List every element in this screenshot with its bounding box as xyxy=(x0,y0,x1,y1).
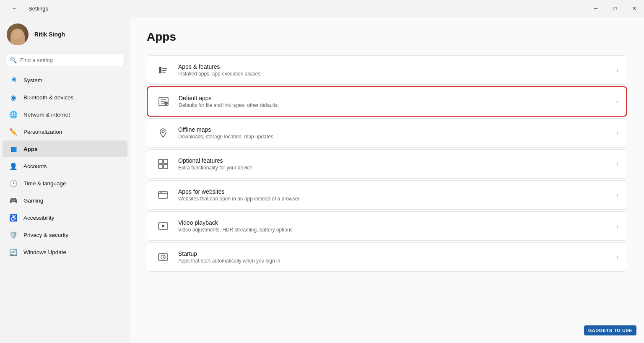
settings-list: Apps & features Installed apps, app exec… xyxy=(147,55,627,272)
titlebar-title: Settings xyxy=(29,5,48,12)
optional-features-icon xyxy=(156,156,171,172)
accounts-icon: 👤 xyxy=(9,162,18,170)
update-icon: 🔄 xyxy=(9,248,18,256)
startup-icon xyxy=(156,249,171,265)
sidebar-item-network[interactable]: 🌐 Network & internet xyxy=(3,106,127,123)
search-box[interactable]: 🔍 xyxy=(5,54,125,66)
optional-features-text: Optional features Extra functionality fo… xyxy=(178,157,609,171)
sidebar-item-gaming[interactable]: 🎮 Gaming xyxy=(3,192,127,209)
sidebar-item-personalization[interactable]: ✏️ Personalization xyxy=(3,123,127,140)
video-playback-text: Video playback Video adjustments, HDR st… xyxy=(178,219,609,233)
page-title: Apps xyxy=(147,30,627,44)
setting-startup[interactable]: Startup Apps that start automatically wh… xyxy=(147,242,627,272)
accessibility-icon: ♿ xyxy=(9,213,18,222)
sidebar-item-windows-update[interactable]: 🔄 Windows Update xyxy=(3,244,127,260)
privacy-icon: 🛡️ xyxy=(9,231,18,239)
apps-features-icon xyxy=(156,62,171,78)
search-icon: 🔍 xyxy=(10,57,17,63)
sidebar-item-privacy[interactable]: 🛡️ Privacy & security xyxy=(3,226,127,243)
video-playback-name: Video playback xyxy=(178,219,609,226)
setting-offline-maps[interactable]: Offline maps Downloads, storage location… xyxy=(147,118,627,148)
avatar xyxy=(7,23,29,45)
optional-features-chevron: › xyxy=(616,161,618,167)
apps-features-name: Apps & features xyxy=(178,63,609,70)
sidebar-item-system[interactable]: 🖥 System xyxy=(3,72,127,88)
system-icon: 🖥 xyxy=(9,76,18,84)
video-playback-desc: Video adjustments, HDR streaming, batter… xyxy=(178,227,609,233)
sidebar-item-label-personalization: Personalization xyxy=(23,129,62,135)
startup-desc: Apps that start automatically when you s… xyxy=(178,258,609,264)
offline-maps-chevron: › xyxy=(616,130,618,136)
sidebar-item-accounts[interactable]: 👤 Accounts xyxy=(3,158,127,174)
video-playback-chevron: › xyxy=(616,223,618,229)
apps-icon: ▦ xyxy=(9,145,18,153)
apps-features-desc: Installed apps, app execution aliases xyxy=(178,71,609,77)
sidebar-item-label-update: Windows Update xyxy=(23,249,66,255)
apps-websites-chevron: › xyxy=(616,192,618,198)
watermark: GADGETS TO USE xyxy=(584,325,636,335)
optional-features-name: Optional features xyxy=(178,157,609,164)
apps-features-chevron: › xyxy=(616,67,618,73)
sidebar-item-label-gaming: Gaming xyxy=(23,197,43,204)
titlebar: ← Settings ─ □ ✕ xyxy=(0,0,644,17)
apps-websites-desc: Websites that can open in an app instead… xyxy=(178,196,609,202)
window-controls: ─ □ ✕ xyxy=(586,0,644,17)
startup-name: Startup xyxy=(178,250,609,257)
offline-maps-icon xyxy=(156,125,171,140)
setting-optional-features[interactable]: Optional features Extra functionality fo… xyxy=(147,149,627,179)
time-icon: 🕐 xyxy=(9,179,18,187)
video-playback-icon xyxy=(156,218,171,234)
svg-point-6 xyxy=(162,131,164,133)
default-apps-chevron: › xyxy=(616,98,618,105)
sidebar-item-label-network: Network & internet xyxy=(23,112,70,118)
startup-text: Startup Apps that start automatically wh… xyxy=(178,250,609,264)
sidebar-item-label-privacy: Privacy & security xyxy=(23,232,68,238)
svg-marker-15 xyxy=(162,224,165,228)
user-section[interactable]: Ritik Singh xyxy=(0,19,130,52)
network-icon: 🌐 xyxy=(9,110,18,119)
optional-features-desc: Extra functionality for your device xyxy=(178,165,609,171)
setting-video-playback[interactable]: Video playback Video adjustments, HDR st… xyxy=(147,211,627,241)
svg-rect-1 xyxy=(162,68,167,69)
setting-apps-websites[interactable]: Apps for websites Websites that can open… xyxy=(147,180,627,210)
setting-default-apps[interactable]: Default apps Defaults for file and link … xyxy=(147,86,627,117)
default-apps-name: Default apps xyxy=(179,95,608,101)
sidebar: Ritik Singh 🔍 🖥 System ◉ Bluetooth & dev… xyxy=(0,17,130,343)
svg-rect-2 xyxy=(162,70,166,71)
apps-websites-name: Apps for websites xyxy=(178,188,609,195)
sidebar-item-label-bluetooth: Bluetooth & devices xyxy=(23,94,73,101)
offline-maps-desc: Downloads, storage location, map updates xyxy=(178,134,609,140)
startup-chevron: › xyxy=(616,254,618,260)
sidebar-item-accessibility[interactable]: ♿ Accessibility xyxy=(3,209,127,226)
sidebar-nav: 🖥 System ◉ Bluetooth & devices 🌐 Network… xyxy=(0,71,130,261)
personalization-icon: ✏️ xyxy=(9,127,18,136)
back-button[interactable]: ← xyxy=(5,0,24,17)
close-button[interactable]: ✕ xyxy=(625,0,644,17)
user-name: Ritik Singh xyxy=(34,31,65,38)
gaming-icon: 🎮 xyxy=(9,196,18,205)
minimize-button[interactable]: ─ xyxy=(586,0,605,17)
setting-apps-features[interactable]: Apps & features Installed apps, app exec… xyxy=(147,55,627,85)
svg-rect-3 xyxy=(162,72,166,73)
default-apps-desc: Defaults for file and link types, other … xyxy=(179,102,608,108)
bluetooth-icon: ◉ xyxy=(9,93,18,101)
sidebar-item-apps[interactable]: ▦ Apps xyxy=(3,140,127,157)
default-apps-icon xyxy=(156,94,171,109)
svg-rect-10 xyxy=(164,164,168,169)
sidebar-item-label-time: Time & language xyxy=(23,180,66,187)
sidebar-item-label-system: System xyxy=(23,77,42,83)
apps-websites-icon xyxy=(156,187,171,203)
sidebar-item-bluetooth[interactable]: ◉ Bluetooth & devices xyxy=(3,89,127,106)
sidebar-item-label-accounts: Accounts xyxy=(23,163,47,169)
svg-rect-8 xyxy=(164,159,168,164)
svg-point-13 xyxy=(161,192,162,193)
search-input[interactable] xyxy=(20,57,120,63)
offline-maps-name: Offline maps xyxy=(178,126,609,133)
svg-rect-0 xyxy=(159,67,161,73)
apps-websites-text: Apps for websites Websites that can open… xyxy=(178,188,609,202)
main-content: Apps Apps & features Installed apps, app… xyxy=(130,17,644,343)
maximize-button[interactable]: □ xyxy=(605,0,625,17)
svg-rect-7 xyxy=(158,159,163,164)
svg-point-12 xyxy=(160,192,161,193)
sidebar-item-time[interactable]: 🕐 Time & language xyxy=(3,175,127,192)
